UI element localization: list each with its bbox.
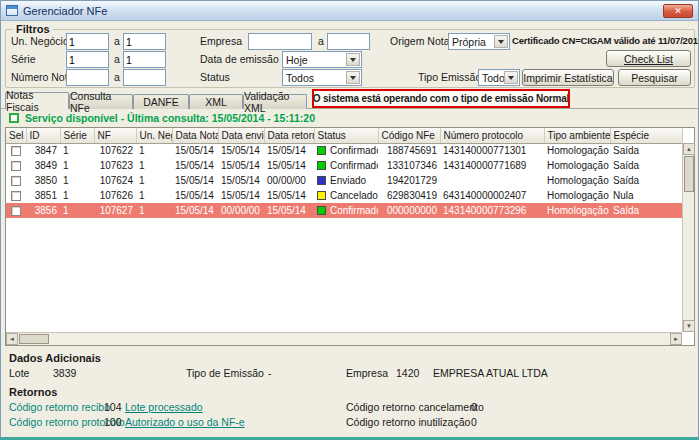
serie-to-input[interactable] [123, 51, 166, 68]
tab-xml[interactable]: XML [189, 94, 243, 109]
serie-from-input[interactable] [66, 51, 109, 68]
table-row[interactable]: 38501107624115/05/1415/05/1400/00/00Envi… [6, 173, 682, 188]
range-separator: a [114, 69, 120, 86]
retorno-protocolo-link[interactable]: Autorizado o uso da NF-e [125, 416, 245, 428]
column-header-un-neg[interactable]: Un. Neg. [136, 128, 172, 143]
status-text: Confirmado [330, 160, 378, 171]
cell-serie: 1 [60, 188, 94, 203]
empresa-to-input[interactable] [327, 33, 370, 50]
un-negocio-from-input[interactable] [66, 33, 109, 50]
vertical-scrollbar[interactable]: ▲ ▼ [682, 143, 694, 332]
cell-status: Confirmado [314, 158, 378, 173]
lote-label: Lote [9, 367, 29, 379]
column-header-nf[interactable]: NF [94, 128, 136, 143]
cell-sel [6, 143, 26, 158]
dropdown-arrow-icon [346, 53, 360, 66]
cell-data-nota: 15/05/14 [172, 143, 218, 158]
status-text: Cancelado [330, 190, 378, 201]
column-header-data-nota[interactable]: Data Nota [172, 128, 218, 143]
tab-danfe[interactable]: DANFE [133, 94, 189, 109]
data-emissao-select[interactable]: Hoje [282, 51, 362, 68]
cell-data-nota: 15/05/14 [172, 188, 218, 203]
nfe-table-body: 38471107622115/05/1415/05/1415/05/14Conf… [6, 143, 682, 218]
status-icon [317, 206, 326, 215]
nfe-table: SelIDSérieNFUn. Neg.Data NotaData envioD… [5, 127, 695, 346]
horizontal-scroll-thumb[interactable] [19, 334, 49, 344]
column-header-sel[interactable]: Sel [6, 128, 26, 143]
row-checkbox[interactable] [11, 146, 21, 156]
cell-numero-protocolo [440, 173, 544, 188]
cell-serie: 1 [60, 158, 94, 173]
window-title: Gerenciador NFe [23, 5, 107, 17]
scroll-up-button[interactable]: ▲ [683, 143, 695, 155]
tab-notas-fiscais[interactable]: Notas Fiscais [5, 92, 69, 109]
cell-id: 3851 [26, 188, 60, 203]
origem-nota-select[interactable]: Própria [448, 33, 510, 50]
status-icon [317, 146, 326, 155]
scroll-down-button[interactable]: ▼ [683, 320, 695, 332]
status-icon [317, 191, 326, 200]
column-header-data-envio[interactable]: Data envio [218, 128, 264, 143]
pesquisar-button[interactable]: Pesquisar [618, 69, 691, 86]
cell-nf: 107622 [94, 143, 136, 158]
tipo-emissao-adicional-label: Tipo de Emissão [186, 367, 264, 379]
close-button[interactable]: ✕ [663, 4, 693, 18]
column-header-tipo-ambiente[interactable]: Tipo ambiente [544, 128, 610, 143]
row-checkbox[interactable] [11, 191, 21, 201]
tab-consulta-nfe[interactable]: Consulta NFe [69, 94, 133, 109]
dropdown-arrow-icon [494, 35, 508, 48]
cell-codigo-nfe: 194201729 [378, 173, 440, 188]
un-negocio-label: Un. Negócio [11, 33, 69, 50]
app-icon [6, 5, 18, 16]
column-header-serie[interactable]: Série [60, 128, 94, 143]
empresa-from-input[interactable] [248, 33, 312, 50]
check-list-label: Check List [624, 53, 673, 65]
imprimir-estatistica-button[interactable]: Imprimir Estatística [522, 69, 614, 86]
cell-data-retorno: 15/05/14 [264, 158, 314, 173]
table-row[interactable]: 38561107627115/05/1400/00/0015/05/14Conf… [6, 203, 682, 218]
lote-value: 3839 [53, 367, 76, 379]
titlebar[interactable]: Gerenciador NFe ✕ [1, 1, 698, 21]
row-checkbox[interactable] [11, 206, 21, 216]
cell-id: 3847 [26, 143, 60, 158]
imprimir-estatistica-label: Imprimir Estatística [523, 72, 612, 84]
un-negocio-to-input[interactable] [123, 33, 166, 50]
check-list-button[interactable]: Check List [606, 50, 691, 67]
status-select[interactable]: Todos [282, 69, 362, 86]
table-row[interactable]: 38511107626115/05/1415/05/1415/05/14Canc… [6, 188, 682, 203]
cell-especie: Nula [610, 188, 682, 203]
row-checkbox[interactable] [11, 176, 21, 186]
column-header-codigo-nfe[interactable]: Código NFe [378, 128, 440, 143]
tab-validacao-xml[interactable]: Validação XML [243, 94, 307, 109]
column-header-status[interactable]: Status [314, 128, 378, 143]
cell-sel [6, 173, 26, 188]
column-header-data-retorno[interactable]: Data retorno [264, 128, 314, 143]
arrow-right-icon: ► [673, 336, 679, 342]
status-icon [317, 176, 326, 185]
column-header-id[interactable]: ID [26, 128, 60, 143]
cell-especie: Saída [610, 158, 682, 173]
table-row[interactable]: 38471107622115/05/1415/05/1415/05/14Conf… [6, 143, 682, 158]
table-row[interactable]: 38491107623115/05/1415/05/1415/05/14Conf… [6, 158, 682, 173]
row-checkbox[interactable] [11, 161, 21, 171]
empresa-name: EMPRESA ATUAL LTDA [433, 367, 548, 379]
column-header-especie[interactable]: Espécie [610, 128, 682, 143]
vertical-scroll-thumb[interactable] [684, 156, 694, 192]
numero-nota-to-input[interactable] [123, 69, 166, 86]
origem-nota-label: Origem Nota [390, 33, 450, 50]
scroll-right-button[interactable]: ► [670, 333, 682, 345]
cell-numero-protocolo: 143140000771689 [440, 158, 544, 173]
retorno-protocolo-code: 100 [104, 416, 122, 428]
numero-nota-from-input[interactable] [66, 69, 109, 86]
retorno-recibo-link[interactable]: Lote processado [125, 401, 203, 413]
scroll-left-button[interactable]: ◄ [6, 333, 18, 345]
horizontal-scrollbar[interactable]: ◄ ► [6, 332, 682, 345]
tipo-emissao-select[interactable]: Todos [478, 69, 520, 86]
cell-data-envio: 00/00/00 [218, 203, 264, 218]
cell-data-envio: 15/05/14 [218, 188, 264, 203]
retorno-recibo-label: Código retorno recibo [9, 401, 110, 413]
cell-un-neg: 1 [136, 143, 172, 158]
dropdown-arrow-icon [346, 71, 360, 84]
column-header-numero-protocolo[interactable]: Número protocolo [440, 128, 544, 143]
cell-data-retorno: 15/05/14 [264, 143, 314, 158]
